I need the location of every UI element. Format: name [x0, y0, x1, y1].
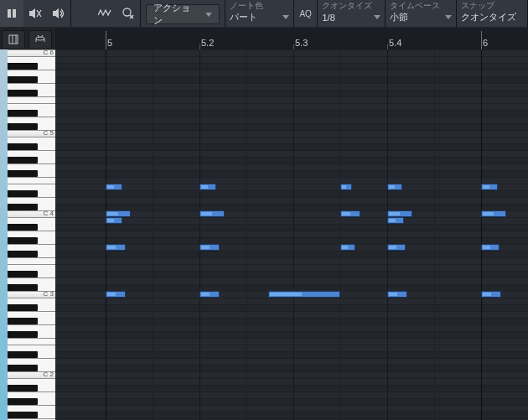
white-key[interactable] — [8, 298, 55, 304]
action-menu[interactable]: アクション — [146, 4, 220, 24]
black-key[interactable] — [8, 90, 38, 96]
white-key[interactable] — [8, 257, 55, 264]
white-key[interactable]: C 6 — [8, 49, 55, 56]
note-color-selector[interactable]: ノート色 パート — [225, 0, 294, 28]
white-key[interactable] — [8, 277, 55, 284]
speaker-icon[interactable] — [47, 0, 70, 27]
black-key[interactable] — [8, 331, 38, 338]
white-key[interactable] — [8, 231, 55, 237]
midi-note[interactable] — [387, 184, 402, 190]
timebase-selector[interactable]: タイムベース 小節 — [386, 0, 457, 28]
midi-note[interactable] — [340, 184, 352, 190]
black-key[interactable] — [8, 271, 38, 277]
black-key[interactable] — [8, 224, 38, 231]
white-key[interactable] — [8, 56, 55, 63]
quantize-value: 1/8 — [322, 13, 334, 23]
white-key[interactable] — [8, 244, 55, 251]
white-key[interactable]: C 3 — [8, 291, 55, 298]
black-key[interactable] — [8, 110, 38, 117]
white-key[interactable] — [8, 345, 55, 351]
midi-note[interactable] — [106, 184, 122, 190]
snap-selector[interactable]: スナップ クオンタイズ — [457, 0, 528, 28]
midi-input-icon[interactable] — [93, 0, 116, 27]
white-key[interactable] — [8, 177, 55, 184]
midi-note[interactable] — [481, 291, 501, 298]
black-key[interactable] — [8, 398, 38, 405]
black-key[interactable] — [8, 365, 38, 371]
midi-note[interactable] — [387, 210, 412, 217]
midi-note[interactable] — [106, 291, 126, 298]
black-key[interactable] — [8, 351, 38, 358]
white-key[interactable] — [8, 163, 55, 170]
midi-note[interactable] — [268, 291, 340, 298]
grid-vline — [293, 49, 294, 420]
white-key[interactable] — [8, 137, 55, 143]
white-key[interactable] — [8, 184, 55, 190]
white-key[interactable] — [8, 70, 55, 76]
black-key[interactable] — [8, 170, 38, 177]
mute-icon[interactable] — [23, 0, 47, 27]
black-key[interactable] — [8, 190, 38, 197]
white-key[interactable] — [8, 117, 55, 123]
tab-piano-roll[interactable] — [2, 30, 25, 48]
black-key[interactable] — [8, 157, 38, 163]
grid-row — [55, 412, 528, 418]
midi-note[interactable] — [340, 210, 360, 217]
white-key[interactable] — [8, 264, 55, 271]
aq-button[interactable]: AQ — [294, 0, 318, 27]
black-key[interactable] — [8, 143, 38, 150]
svg-point-0 — [123, 8, 131, 16]
white-key[interactable] — [8, 103, 55, 110]
grid-row — [55, 324, 528, 331]
midi-note[interactable] — [199, 184, 216, 190]
midi-note[interactable] — [481, 244, 500, 251]
white-key[interactable] — [8, 150, 55, 157]
black-key[interactable] — [8, 204, 38, 210]
black-key[interactable] — [8, 76, 38, 83]
white-key[interactable]: C 5 — [8, 130, 55, 137]
white-key[interactable]: C 4 — [8, 210, 55, 217]
auto-quantize-magnifier-icon[interactable] — [116, 0, 140, 27]
midi-note[interactable] — [481, 210, 506, 217]
midi-note[interactable] — [387, 244, 406, 251]
white-key[interactable] — [8, 338, 55, 345]
midi-note[interactable] — [387, 291, 407, 298]
black-key[interactable] — [8, 304, 38, 311]
tab-drum-editor[interactable] — [28, 30, 52, 48]
midi-note[interactable] — [106, 217, 122, 224]
grid-vline — [246, 49, 247, 420]
midi-note[interactable] — [199, 210, 225, 217]
black-key[interactable] — [8, 284, 38, 291]
midi-note[interactable] — [387, 217, 404, 224]
black-key[interactable] — [8, 63, 38, 70]
midi-note[interactable] — [106, 210, 131, 217]
solo-editor-toggle[interactable] — [0, 0, 23, 27]
white-key[interactable]: C 2 — [8, 371, 55, 378]
white-key[interactable] — [8, 391, 55, 398]
black-key[interactable] — [8, 123, 38, 130]
white-key[interactable] — [8, 197, 55, 204]
white-key[interactable] — [8, 358, 55, 365]
quantize-selector[interactable]: クオンタイズ 1/8 — [318, 0, 385, 28]
black-key[interactable] — [8, 318, 38, 324]
black-key[interactable] — [8, 385, 38, 391]
white-key[interactable] — [8, 96, 55, 103]
midi-note[interactable] — [340, 244, 355, 251]
black-key[interactable] — [8, 412, 38, 418]
white-key[interactable] — [8, 217, 55, 224]
white-key[interactable] — [8, 378, 55, 385]
note-grid[interactable] — [55, 49, 528, 420]
piano-keyboard[interactable]: C 6C 5C 4C 3C 2 — [8, 49, 55, 420]
midi-note[interactable] — [106, 244, 126, 251]
black-key[interactable] — [8, 251, 38, 257]
white-key[interactable] — [8, 405, 55, 412]
white-key[interactable] — [8, 324, 55, 331]
time-ruler[interactable]: 55.25.35.46 — [55, 28, 528, 50]
midi-note[interactable] — [481, 184, 498, 190]
black-key[interactable] — [8, 237, 38, 244]
white-key[interactable] — [8, 83, 55, 90]
midi-note[interactable] — [199, 244, 220, 251]
white-key[interactable] — [8, 311, 55, 318]
grid-row — [55, 378, 528, 385]
midi-note[interactable] — [199, 291, 220, 298]
